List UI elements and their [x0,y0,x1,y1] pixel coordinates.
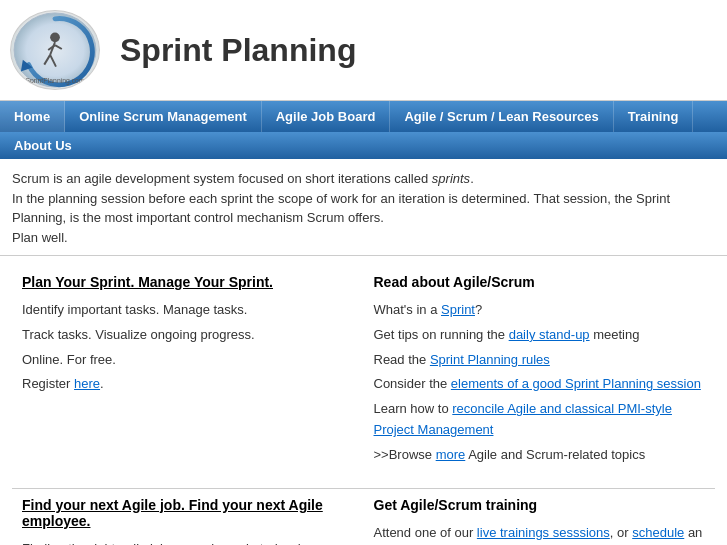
elements-link[interactable]: elements of a good Sprint Planning sessi… [451,376,701,391]
site-title: Sprint Planning [120,32,356,69]
col1-para4: Register here. [22,374,354,395]
logo-circle: SprintPlanning.com [10,10,100,90]
nav-item-about-us[interactable]: About Us [0,132,86,159]
intro-line2: In the planning session before each spri… [12,189,715,228]
col1-bottom-heading: Find your next Agile job. Find your next… [22,497,354,529]
col-plan-sprint: Plan Your Sprint. Manage Your Sprint. Id… [12,266,364,478]
nav-item-home[interactable]: Home [0,101,65,132]
col2-item6: >>Browse more Agile and Scrum-related to… [374,445,706,466]
col-read-agile: Read about Agile/Scrum What's in a Sprin… [364,266,716,478]
col2-item4: Consider the elements of a good Sprint P… [374,374,706,395]
col1-bottom-para1: Finding the right agile job or employee … [22,539,354,545]
daily-standup-link[interactable]: daily stand-up [509,327,590,342]
col-training: Get Agile/Scrum training Attend one of o… [364,488,716,545]
svg-point-1 [50,32,60,42]
col1-para3: Online. For free. [22,350,354,371]
col1-para2: Track tasks. Visualize ongoing progress. [22,325,354,346]
site-header: SprintPlanning.com Sprint Planning [0,0,727,101]
register-here-link[interactable]: here [74,376,100,391]
intro-line1: Scrum is an agile development system foc… [12,169,715,189]
planning-rules-link[interactable]: Sprint Planning rules [430,352,550,367]
col2-top-heading: Read about Agile/Scrum [374,274,706,290]
content-grid-bottom: Find your next Agile job. Find your next… [0,488,727,545]
col2-bottom-heading: Get Agile/Scrum training [374,497,706,513]
intro-section: Scrum is an agile development system foc… [0,159,727,256]
schedule-link[interactable]: schedule [632,525,684,540]
col2-item5: Learn how to reconcile Agile and classic… [374,399,706,441]
main-nav: Home Online Scrum Management Agile Job B… [0,101,727,132]
logo-area: SprintPlanning.com [10,10,100,90]
nav-item-resources[interactable]: Agile / Scrum / Lean Resources [390,101,613,132]
col2-item2: Get tips on running the daily stand-up m… [374,325,706,346]
col-job-board: Find your next Agile job. Find your next… [12,488,364,545]
content-grid-top: Plan Your Sprint. Manage Your Sprint. Id… [0,256,727,488]
col1-para1: Identify important tasks. Manage tasks. [22,300,354,321]
col2-bottom-para1: Attend one of our live trainings sesssio… [374,523,706,545]
more-topics-link[interactable]: more [436,447,466,462]
svg-text:SprintPlanning.com: SprintPlanning.com [25,77,84,85]
nav-item-job-board[interactable]: Agile Job Board [262,101,391,132]
col1-top-heading: Plan Your Sprint. Manage Your Sprint. [22,274,354,290]
live-training-link[interactable]: live trainings sesssions [477,525,610,540]
nav-item-training[interactable]: Training [614,101,694,132]
sprint-link[interactable]: Sprint [441,302,475,317]
intro-line3: Plan well. [12,228,715,248]
col2-item1: What's in a Sprint? [374,300,706,321]
col2-item3: Read the Sprint Planning rules [374,350,706,371]
secondary-nav: About Us [0,132,727,159]
nav-item-scrum-management[interactable]: Online Scrum Management [65,101,262,132]
